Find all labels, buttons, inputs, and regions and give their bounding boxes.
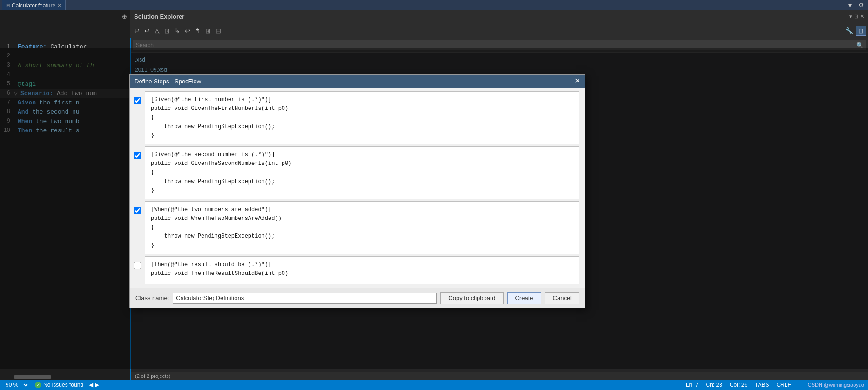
solution-search-input[interactable] (136, 42, 856, 48)
toolbar-btn-6[interactable]: ↩ (183, 26, 192, 35)
dialog-body: [Given(@"the first number is (.*)")] pub… (130, 88, 585, 288)
step-item-4: [Then(@"the result should be (.*)")] pub… (134, 256, 579, 284)
pin-icon[interactable]: ⊡ (854, 14, 858, 20)
editor-tab[interactable]: ⊞ Calculator.feature ✕ (2, 0, 66, 10)
solution-subtitle: (2 of 2 projects) (131, 372, 868, 380)
zoom-control[interactable]: 90 % 100 % 75 % (4, 381, 29, 389)
status-ok-icon: ✓ (35, 382, 41, 388)
zoom-select[interactable]: 90 % 100 % 75 % (4, 381, 29, 389)
toolbar-btn-4[interactable]: ⊡ (162, 26, 172, 35)
col-info: Ch: 23 (706, 382, 722, 388)
toolbar-btn-2[interactable]: ↩ (142, 26, 152, 35)
encoding-info: CRLF (776, 382, 791, 388)
tab-label: Calculator.feature (12, 2, 55, 9)
line-info: Ln: 7 (686, 382, 699, 388)
solution-header-bar: Solution Explorer ▾ ⊡ ✕ (130, 13, 868, 20)
cancel-btn[interactable]: Cancel (545, 292, 579, 304)
dialog-title-bar: Define Steps - SpecFlow ✕ (130, 75, 585, 88)
step-item-1: [Given(@"the first number is (.*)")] pub… (134, 91, 579, 144)
solution-toolbar: ↩ ↩ △ ⊡ ↳ ↩ ↰ ⊞ ⊟ 🔧 ⊡ (0, 23, 868, 38)
status-bar-right: Ln: 7 Ch: 23 Col: 26 TABS CRLF CSDN @wum… (686, 382, 864, 388)
dropdown-btn[interactable]: ▾ (847, 1, 854, 9)
col-num: Col: 26 (730, 382, 747, 388)
nav-arrows: ◀ ▶ (89, 382, 99, 388)
tab-close-icon[interactable]: ✕ (57, 2, 61, 8)
copy-to-clipboard-btn[interactable]: Copy to clipboard (440, 292, 503, 304)
status-bar: 90 % 100 % 75 % ✓ No issues found ◀ ▶ Ln… (0, 380, 868, 390)
step-code-2: [Given(@"the second number is (.*)")] pu… (145, 146, 579, 199)
toolbar-btn-7[interactable]: ↰ (193, 26, 202, 35)
h-scroll[interactable] (0, 374, 130, 380)
step-item-2: [Given(@"the second number is (.*)")] pu… (134, 146, 579, 199)
class-name-input[interactable] (173, 293, 437, 304)
toolbar-btn-active[interactable]: ⊡ (856, 26, 866, 36)
dialog-title-text: Define Steps - SpecFlow (135, 78, 201, 85)
step-item-3: [When(@"the two numbers are added")] pub… (134, 201, 579, 254)
toolbar-btn-8[interactable]: ⊞ (203, 26, 213, 35)
step-code-1: [Given(@"the first number is (.*)")] pub… (145, 91, 579, 144)
step-code-4: [Then(@"the result should be (.*)")] pub… (145, 256, 579, 284)
toolbar-btn-1[interactable]: ↩ (132, 26, 141, 35)
class-name-label: Class name: (135, 294, 169, 301)
right-arrow-icon[interactable]: ▶ (95, 382, 99, 388)
solution-header-controls: ▾ ⊡ ✕ (849, 14, 864, 20)
status-text: No issues found (43, 382, 83, 388)
step-checkbox-4[interactable] (134, 262, 141, 269)
dialog-footer: Class name: Copy to clipboard Create Can… (130, 288, 585, 308)
editor-toolbar: ⊕ (0, 10, 130, 23)
watermark: CSDN @wumingxiaoyao (808, 382, 864, 388)
dialog-close-btn[interactable]: ✕ (574, 77, 580, 85)
tabs-info: TABS (755, 382, 769, 388)
create-btn[interactable]: Create (507, 292, 541, 304)
dropdown-arrow-icon[interactable]: ▾ (849, 14, 852, 20)
toolbar-btn-wrench[interactable]: 🔧 (843, 26, 855, 35)
title-bar: ⊞ Calculator.feature ✕ ▾ ⚙ (0, 0, 868, 10)
define-steps-dialog: Define Steps - SpecFlow ✕ [Given(@"the f… (129, 74, 585, 308)
main-container: 1 Feature: Calculator 2 3 A short summar… (0, 38, 868, 380)
title-bar-left: ⊞ Calculator.feature ✕ (2, 0, 66, 10)
modal-overlay: Define Steps - SpecFlow ✕ [Given(@"the f… (0, 48, 868, 369)
toolbar-btn-5[interactable]: ↳ (173, 26, 182, 35)
left-arrow-icon[interactable]: ◀ (89, 382, 93, 388)
solution-toolbar-buttons: ↩ ↩ △ ⊡ ↳ ↩ ↰ ⊞ ⊟ 🔧 ⊡ (130, 26, 868, 36)
step-code-3: [When(@"the two numbers are added")] pub… (145, 201, 579, 254)
h-scroll-thumb[interactable] (14, 375, 51, 379)
step-checkbox-1[interactable] (134, 97, 141, 104)
expand-icon[interactable]: ⊕ (122, 13, 127, 20)
tab-pin-icon[interactable]: ⊞ (6, 3, 10, 8)
close-solution-icon[interactable]: ✕ (860, 14, 864, 20)
step-checkbox-3[interactable] (134, 207, 141, 214)
search-icon: 🔍 (856, 42, 863, 48)
title-bar-right: ▾ ⚙ (847, 1, 866, 9)
settings-icon[interactable]: ⚙ (856, 1, 866, 9)
toolbar-btn-3[interactable]: △ (153, 26, 161, 35)
solution-title: Solution Explorer (134, 13, 184, 20)
step-checkbox-2[interactable] (134, 152, 141, 159)
status-ok: ✓ No issues found (35, 382, 83, 388)
toolbar-btn-9[interactable]: ⊟ (214, 26, 223, 35)
steps-scroll-area[interactable]: [Given(@"the first number is (.*)")] pub… (134, 91, 581, 284)
